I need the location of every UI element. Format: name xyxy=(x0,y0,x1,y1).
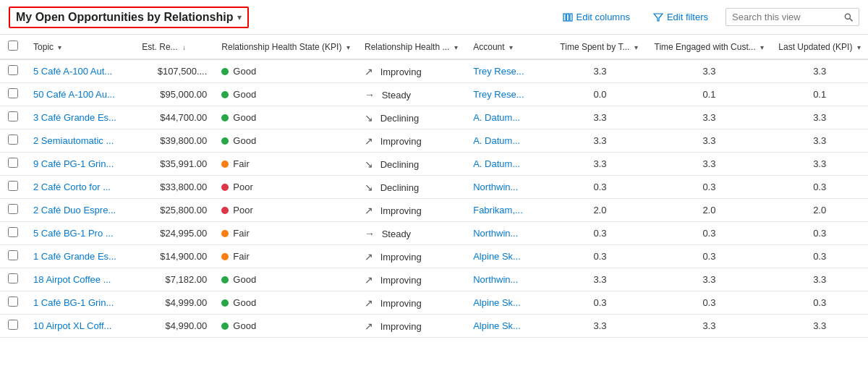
health-state-label: Good xyxy=(233,320,256,331)
trend-label: Declining xyxy=(380,159,419,170)
table-row: 2 Café Corto for ... $33,800.00 Poor ↘ D… xyxy=(0,176,868,199)
th-health[interactable]: Relationship Health ... ▾ xyxy=(357,35,466,59)
row-checkbox[interactable] xyxy=(8,273,18,283)
row-account: Alpine Sk... xyxy=(466,315,553,338)
row-checkbox[interactable] xyxy=(8,158,18,168)
row-health: ↗ Improving xyxy=(357,291,466,315)
row-est-rev: $35,991.00 xyxy=(135,153,214,176)
trend-arrow-icon: ↗ xyxy=(365,274,373,286)
account-link[interactable]: A. Datum... xyxy=(473,158,520,169)
account-link[interactable]: Northwin... xyxy=(473,228,518,239)
topic-link[interactable]: 3 Café Grande Es... xyxy=(33,112,116,123)
edit-filters-icon xyxy=(653,12,663,22)
topic-link[interactable]: 2 Café Duo Espre... xyxy=(33,205,116,216)
row-checkbox[interactable] xyxy=(8,320,18,330)
row-health-state: Fair xyxy=(214,153,357,176)
edit-filters-button[interactable]: Edit filters xyxy=(647,9,714,25)
account-link[interactable]: Fabrikam,... xyxy=(473,205,523,216)
account-link[interactable]: A. Datum... xyxy=(473,112,520,123)
row-last-updated: 0.3 xyxy=(771,245,868,268)
topic-link[interactable]: 5 Café A-100 Aut... xyxy=(33,66,112,77)
row-checkbox[interactable] xyxy=(8,111,18,121)
last-updated-sort-icon: ▾ xyxy=(857,43,861,51)
topic-link[interactable]: 1 Café BG-1 Grin... xyxy=(33,297,114,308)
topic-link[interactable]: 50 Café A-100 Au... xyxy=(33,89,115,100)
health-dot-icon xyxy=(221,68,229,75)
row-account: Northwin... xyxy=(466,222,553,245)
row-checkbox[interactable] xyxy=(8,204,18,214)
row-time-engaged: 3.3 xyxy=(647,153,772,176)
th-health-state[interactable]: Relationship Health State (KPI) ▾ xyxy=(214,35,357,59)
row-checkbox[interactable] xyxy=(8,135,18,145)
row-topic: 2 Café Corto for ... xyxy=(26,176,135,199)
account-link[interactable]: Northwin... xyxy=(473,274,518,285)
row-est-rev: $25,800.00 xyxy=(135,199,214,222)
topic-link[interactable]: 9 Café PG-1 Grin... xyxy=(33,158,114,169)
row-time-engaged: 0.3 xyxy=(647,291,772,315)
search-input[interactable] xyxy=(732,12,840,22)
table-row: 2 Café Duo Espre... $25,800.00 Poor ↗ Im… xyxy=(0,199,868,222)
row-time-spent: 3.3 xyxy=(553,59,647,83)
row-topic: 1 Café BG-1 Grin... xyxy=(26,291,135,315)
row-account: A. Datum... xyxy=(466,153,553,176)
row-health-state: Good xyxy=(214,315,357,338)
account-link[interactable]: A. Datum... xyxy=(473,135,520,146)
account-link[interactable]: Trey Rese... xyxy=(473,89,524,100)
health-dot-icon xyxy=(221,184,229,191)
topic-link[interactable]: 5 Café BG-1 Pro ... xyxy=(33,228,114,239)
row-checkbox[interactable] xyxy=(8,250,18,260)
account-link[interactable]: Alpine Sk... xyxy=(473,320,521,331)
account-link[interactable]: Trey Rese... xyxy=(473,66,524,77)
row-time-engaged: 0.3 xyxy=(647,245,772,268)
trend-arrow-icon: ↗ xyxy=(365,205,373,216)
row-checkbox[interactable] xyxy=(8,181,18,191)
account-link[interactable]: Alpine Sk... xyxy=(473,297,521,308)
row-health-state: Good xyxy=(214,291,357,315)
row-health-state: Fair xyxy=(214,245,357,268)
trend-arrow-icon: ↗ xyxy=(365,251,373,263)
row-checkbox[interactable] xyxy=(8,227,18,237)
health-state-label: Poor xyxy=(233,182,252,192)
header-left: My Open Opportunities by Relationship ▾ xyxy=(9,7,249,28)
row-last-updated: 3.3 xyxy=(771,315,868,338)
row-checkbox[interactable] xyxy=(8,296,18,307)
row-topic: 50 Café A-100 Au... xyxy=(26,83,135,106)
row-last-updated: 3.3 xyxy=(771,268,868,291)
health-dot-icon xyxy=(221,253,229,260)
edit-columns-button[interactable]: Edit columns xyxy=(557,9,636,25)
topic-link[interactable]: 2 Café Corto for ... xyxy=(33,182,111,192)
row-topic: 3 Café Grande Es... xyxy=(26,106,135,129)
account-link[interactable]: Alpine Sk... xyxy=(473,251,521,262)
row-checkbox[interactable] xyxy=(8,88,18,98)
row-health-state: Fair xyxy=(214,222,357,245)
row-time-spent: 3.3 xyxy=(553,106,647,129)
health-state-label: Poor xyxy=(233,205,252,216)
th-topic[interactable]: Topic ▾ xyxy=(26,35,135,59)
row-last-updated: 3.3 xyxy=(771,153,868,176)
th-time-engaged[interactable]: Time Engaged with Cust... ▾ xyxy=(647,35,772,59)
header-right: Edit columns Edit filters xyxy=(557,8,860,26)
health-state-label: Fair xyxy=(233,251,249,262)
topic-link[interactable]: 10 Airpot XL Coff... xyxy=(33,320,111,331)
th-account[interactable]: Account ▾ xyxy=(466,35,553,59)
th-last-updated[interactable]: Last Updated (KPI) ▾ xyxy=(771,35,868,59)
row-account: Trey Rese... xyxy=(466,59,553,83)
health-dot-icon xyxy=(221,137,229,145)
account-link[interactable]: Northwin... xyxy=(473,182,518,192)
row-topic: 18 Airpot Coffee ... xyxy=(26,268,135,291)
row-health: ↗ Improving xyxy=(357,245,466,268)
th-time-spent[interactable]: Time Spent by T... ▾ xyxy=(553,35,647,59)
th-est-rev[interactable]: Est. Re... ↓ xyxy=(135,35,214,59)
title-chevron-icon[interactable]: ▾ xyxy=(237,12,242,22)
row-checkbox[interactable] xyxy=(8,65,18,75)
topic-link[interactable]: 1 Café Grande Es... xyxy=(33,251,116,262)
account-sort-icon: ▾ xyxy=(509,43,513,51)
topic-link[interactable]: 18 Airpot Coffee ... xyxy=(33,274,111,285)
topic-link[interactable]: 2 Semiautomatic ... xyxy=(33,135,114,146)
time-spent-sort-icon: ▾ xyxy=(634,43,638,51)
select-all-checkbox[interactable] xyxy=(8,40,18,51)
row-time-spent: 3.3 xyxy=(553,268,647,291)
row-time-engaged: 3.3 xyxy=(647,129,772,153)
svg-marker-3 xyxy=(654,14,663,21)
row-account: Northwin... xyxy=(466,176,553,199)
